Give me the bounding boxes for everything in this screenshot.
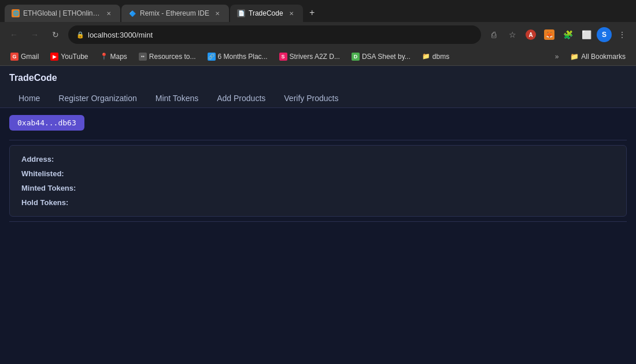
tab-title-remix: Remix - Ethereum IDE xyxy=(140,9,209,17)
tab-remix[interactable]: 🔷 Remix - Ethereum IDE ✕ xyxy=(121,5,229,22)
app-brand: TradeCode xyxy=(9,73,627,83)
tab-close-ethglobal[interactable]: ✕ xyxy=(104,9,113,18)
bookmark-label-strivers: Strivers A2Z D... xyxy=(290,53,340,61)
app-content: TradeCode Home Register Organization Min… xyxy=(0,66,636,364)
bookmark-label-youtube: YouTube xyxy=(61,53,88,61)
bookmark-resources[interactable]: •• Resources to... xyxy=(134,51,201,62)
app-navbar: TradeCode Home Register Organization Min… xyxy=(0,66,636,108)
nav-register[interactable]: Register Organization xyxy=(49,89,146,107)
toolbar-icons: ⎙ ☆ A 🦊 🧩 ⬜ S ⋮ xyxy=(486,27,630,43)
tab-favicon-remix: 🔷 xyxy=(128,9,136,17)
bookmark-folder-icon[interactable]: 📁 All Bookmarks xyxy=(565,51,630,62)
minted-tokens-label: Minted Tokens: xyxy=(21,184,76,192)
folder-icon: 📁 xyxy=(570,53,579,61)
bookmark-maps[interactable]: 📍 Maps xyxy=(95,51,132,62)
share-icon[interactable]: ⎙ xyxy=(486,27,502,43)
bookmark-label-maps: Maps xyxy=(110,53,127,61)
tab-tradecode[interactable]: 📄 TradeCode ✕ xyxy=(230,5,303,22)
bookmark-dbms[interactable]: 📁 dbms xyxy=(417,51,454,62)
bookmark-label-gmail: Gmail xyxy=(21,53,39,61)
hold-tokens-label: Hold Tokens: xyxy=(21,198,68,207)
bookmark-label-dbms: dbms xyxy=(432,53,449,61)
tab-close-tradecode[interactable]: ✕ xyxy=(287,9,296,18)
bookmarks-more-button[interactable]: » xyxy=(550,51,564,62)
bookmark-favicon-strivers: S xyxy=(279,53,287,61)
wallet-row: 0xab44...db63 xyxy=(0,108,636,138)
bottom-divider xyxy=(9,221,627,222)
forward-button[interactable]: → xyxy=(27,27,43,43)
bookmark-label-6months: 6 Months Plac... xyxy=(218,53,268,61)
whitelisted-label: Whitelisted: xyxy=(21,169,64,178)
address-row: Address: xyxy=(21,155,615,164)
tab-title-tradecode: TradeCode xyxy=(249,9,283,17)
top-divider xyxy=(9,140,627,140)
bookmark-favicon-dsa: D xyxy=(352,53,360,61)
bookmark-icon[interactable]: ☆ xyxy=(504,27,520,43)
bookmark-favicon-dbms: 📁 xyxy=(422,53,430,61)
tab-bar: 🌐 ETHGlobal | ETHOnline 2... ✕ 🔷 Remix -… xyxy=(0,0,636,22)
browser-chrome: 🌐 ETHGlobal | ETHOnline 2... ✕ 🔷 Remix -… xyxy=(0,0,636,66)
nav-home[interactable]: Home xyxy=(9,89,49,107)
bookmarks-bar: G Gmail ▶ YouTube 📍 Maps •• Resources to… xyxy=(0,47,636,66)
minted-tokens-row: Minted Tokens: xyxy=(21,184,615,192)
profile-avatar[interactable]: S xyxy=(597,27,612,42)
nav-add-products[interactable]: Add Products xyxy=(208,89,275,107)
bookmark-favicon-resources: •• xyxy=(139,53,147,61)
whitelisted-row: Whitelisted: xyxy=(21,169,615,178)
tab-favicon-ethglobal: 🌐 xyxy=(12,9,20,17)
extensions-icon[interactable]: 🧩 xyxy=(560,27,576,43)
tab-ethglobal[interactable]: 🌐 ETHGlobal | ETHOnline 2... ✕ xyxy=(5,5,120,22)
extension-fox-icon[interactable]: 🦊 xyxy=(541,27,557,43)
nav-mint[interactable]: Mint Tokens xyxy=(146,89,208,107)
address-bar-row: ← → ↻ 🔒 localhost:3000/mint ⎙ ☆ A 🦊 🧩 ⬜ … xyxy=(0,22,636,47)
bookmark-gmail[interactable]: G Gmail xyxy=(6,51,43,62)
bookmark-dsa[interactable]: D DSA Sheet by... xyxy=(347,51,415,62)
address-label: Address: xyxy=(21,155,54,164)
bookmarks-more-icon: » xyxy=(555,53,559,61)
lock-icon: 🔒 xyxy=(76,31,84,39)
address-text: localhost:3000/mint xyxy=(88,31,473,39)
reload-button[interactable]: ↻ xyxy=(47,27,64,43)
tab-close-remix[interactable]: ✕ xyxy=(213,9,222,18)
wallet-address-button[interactable]: 0xab44...db63 xyxy=(9,115,84,131)
bookmark-youtube[interactable]: ▶ YouTube xyxy=(46,51,93,62)
bookmark-favicon-gmail: G xyxy=(10,53,19,61)
new-tab-button[interactable]: + xyxy=(304,5,320,21)
info-card: Address: Whitelisted: Minted Tokens: Hol… xyxy=(9,145,627,217)
all-bookmarks-label: All Bookmarks xyxy=(581,53,626,61)
bookmark-favicon-6months: 🔗 xyxy=(208,53,216,61)
account-icon[interactable]: A xyxy=(523,27,539,43)
nav-verify-products[interactable]: Verify Products xyxy=(275,89,347,107)
tab-title-ethglobal: ETHGlobal | ETHOnline 2... xyxy=(23,9,101,17)
hold-tokens-row: Hold Tokens: xyxy=(21,198,615,207)
tab-favicon-tradecode: 📄 xyxy=(237,9,245,17)
bookmark-strivers[interactable]: S Strivers A2Z D... xyxy=(275,51,345,62)
nav-links: Home Register Organization Mint Tokens A… xyxy=(9,89,627,107)
address-bar[interactable]: 🔒 localhost:3000/mint xyxy=(68,25,481,44)
bookmark-label-dsa: DSA Sheet by... xyxy=(362,53,411,61)
bookmark-favicon-maps: 📍 xyxy=(100,53,108,61)
bookmark-label-resources: Resources to... xyxy=(149,53,196,61)
back-button[interactable]: ← xyxy=(6,27,22,43)
bookmark-6months[interactable]: 🔗 6 Months Plac... xyxy=(203,51,272,62)
menu-icon[interactable]: ⋮ xyxy=(614,27,630,43)
bookmark-favicon-youtube: ▶ xyxy=(50,53,58,61)
sidebar-icon[interactable]: ⬜ xyxy=(578,27,594,43)
